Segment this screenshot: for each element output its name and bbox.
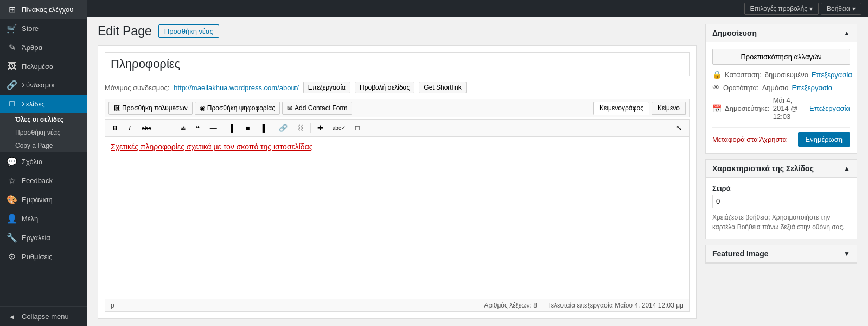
add-new-page-button[interactable]: Προσθήκη νέας <box>158 24 219 38</box>
sidebar-item-posts[interactable]: ✎ Άρθρα <box>0 38 87 57</box>
publish-date-label: Δημοσιεύτηκε: <box>725 104 770 112</box>
sidebar-item-label: Εργαλεία <box>22 234 50 242</box>
help-label: Βοήθεια <box>827 5 850 12</box>
order-input[interactable] <box>712 195 739 208</box>
permalink-url[interactable]: http://maellakhua.wordpress.com/about/ <box>174 84 299 92</box>
link-button[interactable]: 🔗 <box>275 122 291 134</box>
view-options-button[interactable]: Επιλογές προβολής ▾ <box>744 3 819 15</box>
featured-image-header: Featured Image ▼ <box>706 245 857 263</box>
ol-button[interactable]: ≢ <box>176 122 190 134</box>
post-box: Μόνιμος σύνδεσμος: http://maellakhua.wor… <box>98 45 697 319</box>
visibility-row: 👁 Ορατότητα: Δημόσιο Επεξεργασία <box>712 83 850 92</box>
hr-button[interactable]: — <box>206 122 221 134</box>
strikethrough-button[interactable]: abc <box>138 122 155 134</box>
visibility-edit-link[interactable]: Επεξεργασία <box>792 84 832 92</box>
featured-image-title: Featured Image <box>712 249 768 258</box>
expand-button[interactable]: ⤡ <box>672 122 686 134</box>
sidebar-item-label: Feedback <box>22 177 53 185</box>
sidebar-item-appearance[interactable]: 🎨 Εμφάνιση <box>0 190 87 209</box>
view-page-button[interactable]: Προβολή σελίδας <box>355 82 414 93</box>
right-sidebar: Δημοσίευση ▲ Προεπισκόπηση αλλαγών 🔒 Κατ… <box>705 24 857 319</box>
add-poll-button[interactable]: ◉ Προσθήκη ψηφοφορίας <box>195 102 280 115</box>
sidebar-item-pages[interactable]: □ Σελίδες <box>0 95 87 113</box>
links-icon: 🔗 <box>7 80 17 90</box>
publish-toggle-icon[interactable]: ▲ <box>844 29 850 37</box>
sidebar-item-settings[interactable]: ⚙ Ρυθμίσεις <box>0 247 87 266</box>
publish-actions: Μεταφορά στα Άχρηστα Ενημέρωση <box>712 127 850 147</box>
separator <box>272 123 272 133</box>
sidebar-sub-all-pages[interactable]: Όλες οι σελίδες <box>9 113 87 126</box>
status-value: δημοσιευμένο <box>765 71 808 79</box>
store-icon: 🛒 <box>7 23 17 34</box>
status-row: 🔒 Κατάσταση: δημοσιευμένο Επεξεργασία <box>712 70 850 79</box>
spellcheck-button[interactable]: abc✓ <box>329 123 349 133</box>
unlink-button[interactable]: ⛓ <box>293 122 308 134</box>
sidebar: ⊞ Πίνακας ελέγχου 🛒 Store ✎ Άρθρα 🖼 Πολυ… <box>0 0 87 326</box>
align-left-button[interactable]: ▌ <box>227 122 240 134</box>
get-shortlink-button[interactable]: Get Shortlink <box>419 82 466 93</box>
sidebar-item-label: Εμφάνιση <box>22 196 53 204</box>
members-icon: 👤 <box>7 214 17 224</box>
tab-visual[interactable]: Κειμενογράφος <box>593 102 649 115</box>
publish-date-edit-link[interactable]: Επεξεργασία <box>809 104 850 112</box>
bold-button[interactable]: B <box>108 122 122 134</box>
publish-date-value: Μάι 4, 2014 @ 12:03 <box>773 96 806 121</box>
feedback-icon: ☆ <box>7 175 17 186</box>
editor-toolbar-top: 🖼 Προσθήκη πολυμέσων ◉ Προσθήκη ψηφοφορί… <box>105 99 690 117</box>
help-chevron-icon: ▾ <box>852 5 856 12</box>
blockquote-button[interactable]: ❝ <box>192 122 205 134</box>
separator <box>310 123 311 133</box>
help-text: Χρειάζεστε βοήθεια; Χρησιμοποιήστε την κ… <box>712 212 850 232</box>
post-title-input[interactable] <box>105 52 690 76</box>
italic-button[interactable]: I <box>123 122 136 134</box>
ul-button[interactable]: ≣ <box>161 122 175 134</box>
page-attributes-title: Χαρακτηριστικά της Σελίδας <box>712 164 814 173</box>
sidebar-item-comments[interactable]: 💬 Σχόλια <box>0 152 87 171</box>
toolbar-toggle-button[interactable]: □ <box>351 122 364 134</box>
page-header: Edit Page Προσθήκη νέας <box>98 24 697 39</box>
sidebar-item-store[interactable]: 🛒 Store <box>0 19 87 38</box>
align-center-button[interactable]: ■ <box>241 122 254 134</box>
status-label: Κατάσταση: <box>725 71 762 79</box>
trash-link[interactable]: Μεταφορά στα Άχρηστα <box>712 135 787 143</box>
status-edit-link[interactable]: Επεξεργασία <box>812 71 852 79</box>
editor-meta: Αριθμός λέξεων: 8 Τελευταία επεξεργασία … <box>484 302 684 309</box>
sidebar-sub-add-new[interactable]: Προσθήκη νέας <box>9 126 87 139</box>
sidebar-item-members[interactable]: 👤 Μέλη <box>0 209 87 228</box>
separator <box>158 123 158 133</box>
sidebar-item-dashboard[interactable]: ⊞ Πίνακας ελέγχου <box>0 0 87 19</box>
appearance-icon: 🎨 <box>7 195 17 205</box>
sidebar-item-links[interactable]: 🔗 Σύνδεσμοι <box>0 76 87 95</box>
update-button[interactable]: Ενημέρωση <box>798 132 851 147</box>
preview-changes-button[interactable]: Προεπισκόπηση αλλαγών <box>712 49 850 65</box>
pages-icon: □ <box>7 99 17 109</box>
add-contact-form-button[interactable]: ✉ Add Contact Form <box>282 102 352 115</box>
collapse-menu[interactable]: ◂ Collapse menu <box>0 306 87 326</box>
view-options-label: Επιλογές προβολής <box>750 5 808 12</box>
help-button[interactable]: Βοήθεια ▾ <box>821 3 861 15</box>
sidebar-sub-copy-page[interactable]: Copy a Page <box>9 139 87 152</box>
permalink-edit-button[interactable]: Επεξεργασία <box>303 82 350 93</box>
view-options-chevron-icon: ▾ <box>809 5 813 12</box>
permalink-row: Μόνιμος σύνδεσμος: http://maellakhua.wor… <box>105 82 690 93</box>
visibility-icon: 👁 <box>712 83 720 92</box>
dashboard-icon: ⊞ <box>7 4 17 15</box>
sidebar-item-feedback[interactable]: ☆ Feedback <box>0 171 87 190</box>
tab-text[interactable]: Κείμενο <box>652 102 686 115</box>
publish-panel-title: Δημοσίευση <box>712 29 757 37</box>
sidebar-item-media[interactable]: 🖼 Πολυμέσα <box>0 57 87 76</box>
sidebar-item-tools[interactable]: 🔧 Εργαλεία <box>0 228 87 247</box>
page-title: Edit Page <box>98 24 152 39</box>
featured-image-toggle-icon[interactable]: ▼ <box>844 250 850 258</box>
status-icon: 🔒 <box>712 70 722 79</box>
align-right-button[interactable]: ▐ <box>256 122 269 134</box>
format-bar: B I abc ≣ ≢ ❝ — ▌ ■ ▐ 🔗 ⛓ ✚ <box>105 119 690 136</box>
editor-content[interactable]: Σχετικές πληροφορίες σχετικά με τον σκοπ… <box>105 136 690 299</box>
table-button[interactable]: ✚ <box>314 122 327 134</box>
media-icon: 🖼 <box>7 61 17 71</box>
editor-statusbar: p Αριθμός λέξεων: 8 Τελευταία επεξεργασί… <box>105 299 690 312</box>
editor-path: p <box>111 302 114 309</box>
attributes-toggle-icon[interactable]: ▲ <box>844 165 850 172</box>
add-media-button[interactable]: 🖼 Προσθήκη πολυμέσων <box>108 102 193 115</box>
sidebar-item-label: Μέλη <box>22 215 38 223</box>
